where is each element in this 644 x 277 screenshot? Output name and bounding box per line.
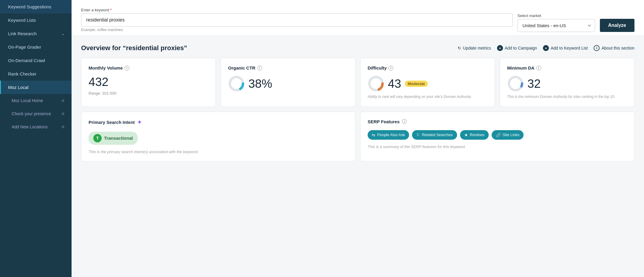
sidebar-item-add-new-locations[interactable]: Add New Locations ⧉: [0, 120, 72, 133]
sidebar-item-label: Keyword Lists: [8, 18, 36, 23]
sidebar-item-keyword-suggestions[interactable]: Keyword Suggestions: [0, 0, 72, 13]
metric-value-minimum-da: 32: [527, 77, 541, 90]
primary-search-intent-note: This is the primary search intent(s) ass…: [89, 150, 348, 154]
sidebar-item-label: On-Page Grader: [8, 44, 41, 50]
overview-header: Overview for “residential proxies” ↻ Upd…: [81, 44, 634, 52]
reviews-icon: ★: [464, 133, 468, 137]
serp-features-note: This is a summary of the SERP features f…: [368, 144, 627, 149]
difficulty-badge: Moderate: [405, 81, 428, 87]
input-hint: Example: coffee machines: [81, 28, 513, 32]
site-links-icon: 🔗: [496, 133, 501, 137]
svg-point-4: [509, 77, 522, 90]
sidebar-item-label: On-Demand Crawl: [8, 58, 45, 63]
metric-value-organic-ctr: 38%: [248, 77, 272, 90]
difficulty-donut: [368, 75, 384, 92]
update-metrics-button[interactable]: ↻ Update metrics: [458, 46, 491, 50]
related-searches-icon: ⚐: [416, 133, 420, 137]
market-label: Select market: [518, 13, 595, 18]
external-link-icon: ⧉: [62, 99, 64, 103]
sparkle-icon: ✦: [137, 119, 142, 126]
serp-features-title: SERP Features i: [368, 119, 627, 124]
sidebar-item-label: Rank Checker: [8, 71, 36, 76]
metric-title: Monthly Volume i: [89, 65, 208, 70]
metric-title: Difficulty i: [368, 65, 487, 70]
sidebar-item-check-your-presence[interactable]: Check your presence ⧉: [0, 107, 72, 120]
external-link-icon: ⧉: [62, 112, 64, 116]
serp-features-info-icon[interactable]: i: [402, 119, 407, 124]
sidebar: Keyword Suggestions Keyword Lists Link R…: [0, 0, 72, 277]
metrics-row: Monthly Volume i 432 Range: 201-500 Orga…: [81, 58, 634, 107]
metric-value-difficulty: 43: [388, 77, 401, 90]
sidebar-item-moz-local[interactable]: Moz Local: [0, 81, 72, 94]
intent-letter-circle: T: [93, 134, 102, 142]
sidebar-item-link-research[interactable]: Link Research ⌄: [0, 27, 72, 40]
serp-tags: ⇆ People Also Ask ⚐ Related Searches ★ R…: [368, 130, 627, 140]
external-link-icon: ⧉: [62, 125, 64, 129]
organic-ctr-info-icon[interactable]: i: [257, 66, 262, 70]
plus-icon: +: [497, 45, 503, 51]
market-group: Select market United States - en-US: [518, 13, 595, 32]
metric-card-organic-ctr: Organic CTR i 38%: [221, 58, 355, 107]
sidebar-item-on-demand-crawl[interactable]: On-Demand Crawl: [0, 54, 72, 67]
serp-tag-reviews[interactable]: ★ Reviews: [460, 130, 489, 140]
market-select[interactable]: United States - en-US: [518, 19, 595, 32]
sidebar-item-label: Check your presence: [12, 111, 51, 116]
monthly-volume-info-icon[interactable]: i: [125, 66, 129, 70]
metric-title: Organic CTR i: [228, 65, 348, 70]
add-to-campaign-button[interactable]: + Add to Campaign: [497, 45, 537, 51]
keyword-input-group: Enter a keyword * Example: coffee machin…: [81, 8, 513, 32]
sidebar-item-rank-checker[interactable]: Rank Checker: [0, 67, 72, 81]
difficulty-info-icon[interactable]: i: [388, 66, 393, 70]
info-icon: i: [594, 45, 600, 51]
people-also-ask-icon: ⇆: [372, 133, 375, 137]
sidebar-item-keyword-lists[interactable]: Keyword Lists: [0, 13, 72, 27]
serp-features-card: SERP Features i ⇆ People Also Ask ⚐ Rela…: [360, 112, 634, 161]
about-section-button[interactable]: i About this section: [594, 45, 634, 51]
sidebar-item-on-page-grader[interactable]: On-Page Grader: [0, 40, 72, 54]
minimum-da-donut: [507, 75, 524, 92]
minimum-da-note: This is the minimum Domain Authority for…: [507, 94, 627, 99]
primary-search-intent-title: Primary Search Intent ✦: [89, 119, 348, 126]
minimum-da-info-icon[interactable]: i: [536, 66, 541, 70]
metric-sub-monthly-volume: Range: 201-500: [89, 91, 208, 96]
plus-icon: +: [543, 45, 549, 51]
keyword-label: Enter a keyword *: [81, 8, 513, 12]
metric-card-difficulty: Difficulty i 43 Moderate Ability to rank…: [360, 58, 495, 107]
keyword-input[interactable]: [81, 13, 513, 27]
main-content: Enter a keyword * Example: coffee machin…: [72, 0, 644, 277]
overview-actions: ↻ Update metrics + Add to Campaign + Add…: [458, 45, 634, 51]
sidebar-item-label: Moz Local: [8, 85, 28, 90]
intent-badge: T Transactional: [89, 132, 138, 145]
difficulty-note: Ability to rank will vary depending on y…: [368, 94, 487, 99]
metric-value-monthly-volume: 432: [89, 75, 208, 89]
metric-card-monthly-volume: Monthly Volume i 432 Range: 201-500: [81, 58, 216, 107]
analyze-button[interactable]: Analyze: [600, 19, 634, 32]
organic-ctr-donut: [228, 75, 245, 92]
topbar: Enter a keyword * Example: coffee machin…: [72, 0, 644, 36]
sidebar-item-moz-local-home[interactable]: Moz Local Home ⧉: [0, 94, 72, 107]
intent-label: Transactional: [104, 136, 133, 141]
content-area: Overview for “residential proxies” ↻ Upd…: [72, 36, 644, 170]
bottom-row: Primary Search Intent ✦ T Transactional …: [81, 112, 634, 161]
refresh-icon: ↻: [458, 46, 461, 50]
sidebar-item-label: Add New Locations: [12, 124, 48, 129]
sidebar-item-label: Link Research: [8, 31, 37, 36]
metric-title: Minimum DA i: [507, 65, 627, 70]
serp-tag-people-also-ask[interactable]: ⇆ People Also Ask: [368, 130, 409, 140]
serp-tag-site-links[interactable]: 🔗 Site Links: [492, 130, 524, 140]
metric-card-minimum-da: Minimum DA i 32 This is the minimum Doma…: [500, 58, 634, 107]
add-to-keyword-list-button[interactable]: + Add to Keyword List: [543, 45, 588, 51]
overview-title: Overview for “residential proxies”: [81, 44, 187, 52]
primary-search-intent-card: Primary Search Intent ✦ T Transactional …: [81, 112, 355, 161]
serp-tag-related-searches[interactable]: ⚐ Related Searches: [412, 130, 457, 140]
chevron-down-icon: ⌄: [61, 32, 64, 36]
sidebar-item-label: Moz Local Home: [12, 98, 43, 103]
sidebar-item-label: Keyword Suggestions: [8, 4, 51, 9]
